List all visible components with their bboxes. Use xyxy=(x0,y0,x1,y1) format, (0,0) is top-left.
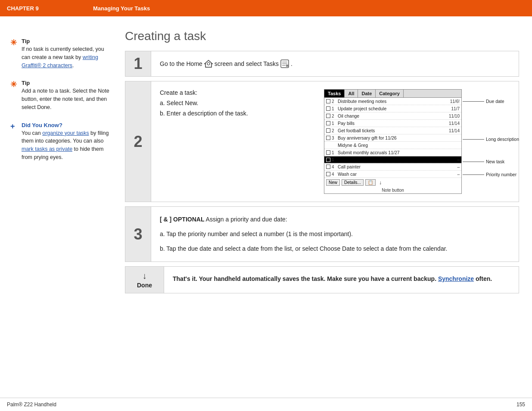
tasks-tab-all[interactable]: All xyxy=(345,90,358,97)
tasks-tab-category[interactable]: Category xyxy=(376,90,404,97)
did-you-know-title: Did You Know? xyxy=(22,122,110,128)
task-checkbox-6[interactable] xyxy=(326,136,330,140)
svg-point-1 xyxy=(207,62,210,65)
footer-brand: Palm® Z22 Handheld xyxy=(7,402,56,408)
tasks-icon xyxy=(280,59,289,68)
done-label-cell: ↓ Done xyxy=(125,267,164,293)
step-2-sub-a: a. Select New. xyxy=(160,100,314,106)
tasks-mockup-header: Tasks All Date Category xyxy=(324,90,461,98)
tip-1-text: If no task is currently selected, you ca… xyxy=(22,45,110,69)
step-2-inner: Create a task: a. Select New. b. Enter a… xyxy=(160,89,510,194)
step-1-box: 1 Go to the Home screen and select Tasks xyxy=(125,51,519,77)
footer-page-number: 155 xyxy=(516,402,525,408)
tip-1-title: Tip xyxy=(22,38,110,44)
task-checkbox-5[interactable] xyxy=(326,128,330,133)
did-you-know-content: Did You Know? You can organize your task… xyxy=(22,122,110,162)
organize-tasks-link[interactable]: organize your tasks xyxy=(42,130,89,136)
asterisk-icon-1: ✳ xyxy=(10,38,18,47)
tip-1-block: ✳ Tip If no task is currently selected, … xyxy=(10,38,110,69)
due-date-annotation: Due date xyxy=(463,99,504,104)
done-label: ↓ Done xyxy=(137,271,152,289)
task-checkbox-9[interactable] xyxy=(326,165,330,169)
done-arrow-icon: ↓ xyxy=(143,271,147,281)
synchronize-link[interactable]: Synchronize xyxy=(438,275,474,282)
annotations: Due date Long description xyxy=(463,89,510,194)
task-row-7: 1 Submit monthly accruals 11/27 xyxy=(324,149,461,156)
task-row-2: 1 Update project schedule 11/7 xyxy=(324,105,461,112)
step-3-sub-a: a. Tap the priority number and select a … xyxy=(160,229,510,240)
scroll-indicator: ↓ xyxy=(379,180,382,186)
chapter-label: CHAPTER 9 xyxy=(7,5,93,12)
step-2-sub-b: b. Enter a description of the task. xyxy=(160,110,314,117)
task-row-6: 3 Buy anniversary gift for 11/26 xyxy=(324,134,461,142)
tip-2-block: ✳ Tip Add a note to a task. Select the N… xyxy=(10,80,110,111)
footer-bar: Palm® Z22 Handheld 155 xyxy=(0,398,532,411)
mockup-wrapper: Tasks All Date Category 2 Distribute mee xyxy=(324,89,510,194)
done-box: ↓ Done That's it. Your handheld automati… xyxy=(125,266,519,293)
step-1-instruction: Go to the Home screen and select Tasks xyxy=(160,59,510,68)
step-2-instruction: Create a task: xyxy=(160,89,314,96)
tasks-tab-date[interactable]: Date xyxy=(358,90,376,97)
svg-rect-6 xyxy=(286,65,288,67)
step-2-box: 2 Create a task: a. Select New. b. Enter… xyxy=(125,81,519,202)
task-row-8-new: 1 – xyxy=(324,156,461,163)
content-area: Creating a task 1 Go to the Home screen … xyxy=(121,29,532,293)
task-row-6b: Midyne & Greg xyxy=(324,142,461,149)
note-button-label: Note button xyxy=(324,187,461,193)
step-3-number: 3 xyxy=(125,207,151,262)
task-row-9: 4 Call painter – xyxy=(324,163,461,171)
section-title: Creating a task xyxy=(125,29,519,43)
header-title: Managing Your Tasks xyxy=(93,5,150,12)
step-3-sub-b: b. Tap the due date and select a date fr… xyxy=(160,244,510,254)
task-checkbox-2[interactable] xyxy=(326,106,330,111)
task-checkbox-4[interactable] xyxy=(326,121,330,125)
step-2-left: Create a task: a. Select New. b. Enter a… xyxy=(160,89,314,194)
task-checkbox-1[interactable] xyxy=(326,99,330,103)
step-3-box: 3 [ & ] OPTIONAL Assign a priority and d… xyxy=(125,206,519,262)
did-you-know-block: + Did You Know? You can organize your ta… xyxy=(10,122,110,162)
tasks-mockup-footer: New Details... 📋 ↓ xyxy=(324,178,461,187)
task-row-4: 1 Pay bills 11/14 xyxy=(324,120,461,127)
mark-tasks-private-link[interactable]: mark tasks as private xyxy=(22,146,72,152)
new-task-annotation: New task xyxy=(463,159,504,164)
step-3-content: [ & ] OPTIONAL Assign a priority and due… xyxy=(151,207,519,262)
priority-number-annotation: Priority number xyxy=(463,172,516,177)
task-checkbox-7[interactable] xyxy=(326,150,330,155)
note-button[interactable]: 📋 xyxy=(365,179,376,186)
asterisk-icon-2: ✳ xyxy=(10,80,18,89)
tip-2-title: Tip xyxy=(22,80,110,86)
step-1-number: 1 xyxy=(125,51,151,76)
details-button[interactable]: Details... xyxy=(342,179,364,186)
did-you-know-text: You can organize your tasks by filing th… xyxy=(22,129,110,162)
new-task-button[interactable]: New xyxy=(326,179,340,186)
task-row-5: 2 Get football tickets 11/14 xyxy=(324,127,461,134)
long-description-annotation: Long description xyxy=(463,137,519,142)
step-2-content: Create a task: a. Select New. b. Enter a… xyxy=(151,81,519,202)
step-1-content: Go to the Home screen and select Tasks xyxy=(151,51,519,76)
step-2-right: Tasks All Date Category 2 Distribute mee xyxy=(324,89,510,194)
task-row-10: 4 Wash car – xyxy=(324,171,461,178)
tip-2-text: Add a note to a task. Select the Note bu… xyxy=(22,87,110,111)
step-2-number: 2 xyxy=(125,81,151,202)
done-text-label: Done xyxy=(137,282,152,289)
tip-2-content: Tip Add a note to a task. Select the Not… xyxy=(22,80,110,111)
sidebar: ✳ Tip If no task is currently selected, … xyxy=(0,29,121,293)
tasks-mockup: Tasks All Date Category 2 Distribute mee xyxy=(324,89,462,194)
svg-marker-0 xyxy=(205,60,212,67)
task-row-3: 2 Oil change 11/10 xyxy=(324,112,461,120)
task-checkbox-3[interactable] xyxy=(326,114,330,118)
task-row-1: 2 Distribute meeting notes 11/6! xyxy=(324,98,461,105)
main-layout: ✳ Tip If no task is currently selected, … xyxy=(0,16,532,306)
done-content: That's it. Your handheld automatically s… xyxy=(164,267,519,293)
task-checkbox-10[interactable] xyxy=(326,172,330,176)
step-3-optional: [ & ] OPTIONAL Assign a priority and due… xyxy=(160,215,510,225)
tasks-tab-tasks[interactable]: Tasks xyxy=(324,90,345,97)
header-bar: CHAPTER 9 Managing Your Tasks xyxy=(0,0,532,16)
tip-1-content: Tip If no task is currently selected, yo… xyxy=(22,38,110,69)
plus-icon: + xyxy=(10,122,18,131)
home-icon xyxy=(204,59,213,68)
